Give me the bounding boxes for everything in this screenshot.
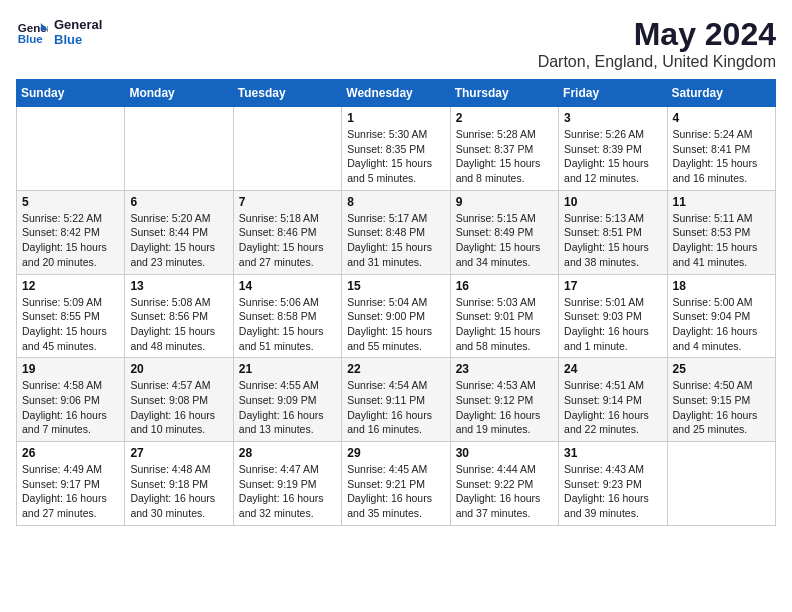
day-info: Sunrise: 5:03 AM Sunset: 9:01 PM Dayligh… [456, 295, 553, 354]
day-info: Sunrise: 5:20 AM Sunset: 8:44 PM Dayligh… [130, 211, 227, 270]
calendar-cell: 13Sunrise: 5:08 AM Sunset: 8:56 PM Dayli… [125, 274, 233, 358]
day-info: Sunrise: 5:09 AM Sunset: 8:55 PM Dayligh… [22, 295, 119, 354]
weekday-header: Wednesday [342, 80, 450, 107]
calendar-cell: 31Sunrise: 4:43 AM Sunset: 9:23 PM Dayli… [559, 442, 667, 526]
day-info: Sunrise: 5:26 AM Sunset: 8:39 PM Dayligh… [564, 127, 661, 186]
calendar-cell: 21Sunrise: 4:55 AM Sunset: 9:09 PM Dayli… [233, 358, 341, 442]
calendar-cell: 12Sunrise: 5:09 AM Sunset: 8:55 PM Dayli… [17, 274, 125, 358]
day-number: 31 [564, 446, 661, 460]
calendar-cell [667, 442, 775, 526]
day-number: 1 [347, 111, 444, 125]
calendar-cell: 8Sunrise: 5:17 AM Sunset: 8:48 PM Daylig… [342, 190, 450, 274]
logo: General Blue General Blue [16, 16, 102, 48]
day-info: Sunrise: 5:04 AM Sunset: 9:00 PM Dayligh… [347, 295, 444, 354]
calendar-cell: 22Sunrise: 4:54 AM Sunset: 9:11 PM Dayli… [342, 358, 450, 442]
day-number: 16 [456, 279, 553, 293]
day-number: 12 [22, 279, 119, 293]
calendar-week-row: 19Sunrise: 4:58 AM Sunset: 9:06 PM Dayli… [17, 358, 776, 442]
title-block: May 2024 Darton, England, United Kingdom [538, 16, 776, 71]
calendar-week-row: 1Sunrise: 5:30 AM Sunset: 8:35 PM Daylig… [17, 107, 776, 191]
day-number: 4 [673, 111, 770, 125]
day-number: 11 [673, 195, 770, 209]
day-info: Sunrise: 4:49 AM Sunset: 9:17 PM Dayligh… [22, 462, 119, 521]
day-number: 14 [239, 279, 336, 293]
logo-general: General [54, 17, 102, 32]
calendar-cell: 30Sunrise: 4:44 AM Sunset: 9:22 PM Dayli… [450, 442, 558, 526]
calendar-cell [233, 107, 341, 191]
calendar-cell: 1Sunrise: 5:30 AM Sunset: 8:35 PM Daylig… [342, 107, 450, 191]
calendar-cell: 17Sunrise: 5:01 AM Sunset: 9:03 PM Dayli… [559, 274, 667, 358]
calendar-cell: 18Sunrise: 5:00 AM Sunset: 9:04 PM Dayli… [667, 274, 775, 358]
day-info: Sunrise: 5:11 AM Sunset: 8:53 PM Dayligh… [673, 211, 770, 270]
calendar-cell: 27Sunrise: 4:48 AM Sunset: 9:18 PM Dayli… [125, 442, 233, 526]
calendar-week-row: 5Sunrise: 5:22 AM Sunset: 8:42 PM Daylig… [17, 190, 776, 274]
day-info: Sunrise: 4:50 AM Sunset: 9:15 PM Dayligh… [673, 378, 770, 437]
day-info: Sunrise: 4:44 AM Sunset: 9:22 PM Dayligh… [456, 462, 553, 521]
calendar-cell: 4Sunrise: 5:24 AM Sunset: 8:41 PM Daylig… [667, 107, 775, 191]
day-info: Sunrise: 5:30 AM Sunset: 8:35 PM Dayligh… [347, 127, 444, 186]
calendar-cell: 7Sunrise: 5:18 AM Sunset: 8:46 PM Daylig… [233, 190, 341, 274]
day-number: 21 [239, 362, 336, 376]
calendar-cell: 5Sunrise: 5:22 AM Sunset: 8:42 PM Daylig… [17, 190, 125, 274]
day-number: 2 [456, 111, 553, 125]
calendar-cell: 29Sunrise: 4:45 AM Sunset: 9:21 PM Dayli… [342, 442, 450, 526]
day-number: 15 [347, 279, 444, 293]
svg-text:Blue: Blue [18, 33, 44, 45]
day-number: 8 [347, 195, 444, 209]
calendar-cell: 23Sunrise: 4:53 AM Sunset: 9:12 PM Dayli… [450, 358, 558, 442]
day-number: 5 [22, 195, 119, 209]
day-number: 20 [130, 362, 227, 376]
day-info: Sunrise: 5:28 AM Sunset: 8:37 PM Dayligh… [456, 127, 553, 186]
day-info: Sunrise: 4:47 AM Sunset: 9:19 PM Dayligh… [239, 462, 336, 521]
calendar-cell: 10Sunrise: 5:13 AM Sunset: 8:51 PM Dayli… [559, 190, 667, 274]
day-number: 9 [456, 195, 553, 209]
calendar-cell: 19Sunrise: 4:58 AM Sunset: 9:06 PM Dayli… [17, 358, 125, 442]
day-info: Sunrise: 5:01 AM Sunset: 9:03 PM Dayligh… [564, 295, 661, 354]
calendar-cell: 24Sunrise: 4:51 AM Sunset: 9:14 PM Dayli… [559, 358, 667, 442]
month-title: May 2024 [538, 16, 776, 53]
calendar-cell: 9Sunrise: 5:15 AM Sunset: 8:49 PM Daylig… [450, 190, 558, 274]
day-info: Sunrise: 5:22 AM Sunset: 8:42 PM Dayligh… [22, 211, 119, 270]
logo-icon: General Blue [16, 16, 48, 48]
page-header: General Blue General Blue May 2024 Darto… [16, 16, 776, 71]
logo-blue: Blue [54, 32, 102, 47]
day-info: Sunrise: 4:57 AM Sunset: 9:08 PM Dayligh… [130, 378, 227, 437]
day-info: Sunrise: 4:58 AM Sunset: 9:06 PM Dayligh… [22, 378, 119, 437]
day-info: Sunrise: 5:13 AM Sunset: 8:51 PM Dayligh… [564, 211, 661, 270]
weekday-header: Friday [559, 80, 667, 107]
day-number: 10 [564, 195, 661, 209]
day-number: 28 [239, 446, 336, 460]
day-number: 27 [130, 446, 227, 460]
calendar-cell: 20Sunrise: 4:57 AM Sunset: 9:08 PM Dayli… [125, 358, 233, 442]
weekday-header: Tuesday [233, 80, 341, 107]
calendar-cell: 3Sunrise: 5:26 AM Sunset: 8:39 PM Daylig… [559, 107, 667, 191]
day-info: Sunrise: 5:06 AM Sunset: 8:58 PM Dayligh… [239, 295, 336, 354]
calendar-cell: 28Sunrise: 4:47 AM Sunset: 9:19 PM Dayli… [233, 442, 341, 526]
day-info: Sunrise: 4:53 AM Sunset: 9:12 PM Dayligh… [456, 378, 553, 437]
calendar-cell [17, 107, 125, 191]
day-number: 18 [673, 279, 770, 293]
calendar-cell: 2Sunrise: 5:28 AM Sunset: 8:37 PM Daylig… [450, 107, 558, 191]
day-info: Sunrise: 5:08 AM Sunset: 8:56 PM Dayligh… [130, 295, 227, 354]
weekday-header: Monday [125, 80, 233, 107]
calendar-cell [125, 107, 233, 191]
calendar-cell: 16Sunrise: 5:03 AM Sunset: 9:01 PM Dayli… [450, 274, 558, 358]
calendar-cell: 26Sunrise: 4:49 AM Sunset: 9:17 PM Dayli… [17, 442, 125, 526]
day-number: 19 [22, 362, 119, 376]
day-info: Sunrise: 4:51 AM Sunset: 9:14 PM Dayligh… [564, 378, 661, 437]
day-info: Sunrise: 5:15 AM Sunset: 8:49 PM Dayligh… [456, 211, 553, 270]
day-number: 3 [564, 111, 661, 125]
day-number: 29 [347, 446, 444, 460]
location-title: Darton, England, United Kingdom [538, 53, 776, 71]
day-number: 25 [673, 362, 770, 376]
day-info: Sunrise: 5:00 AM Sunset: 9:04 PM Dayligh… [673, 295, 770, 354]
day-info: Sunrise: 4:54 AM Sunset: 9:11 PM Dayligh… [347, 378, 444, 437]
calendar-week-row: 12Sunrise: 5:09 AM Sunset: 8:55 PM Dayli… [17, 274, 776, 358]
day-number: 6 [130, 195, 227, 209]
calendar-cell: 25Sunrise: 4:50 AM Sunset: 9:15 PM Dayli… [667, 358, 775, 442]
day-info: Sunrise: 5:17 AM Sunset: 8:48 PM Dayligh… [347, 211, 444, 270]
calendar-cell: 6Sunrise: 5:20 AM Sunset: 8:44 PM Daylig… [125, 190, 233, 274]
day-info: Sunrise: 4:48 AM Sunset: 9:18 PM Dayligh… [130, 462, 227, 521]
day-info: Sunrise: 5:18 AM Sunset: 8:46 PM Dayligh… [239, 211, 336, 270]
day-number: 17 [564, 279, 661, 293]
